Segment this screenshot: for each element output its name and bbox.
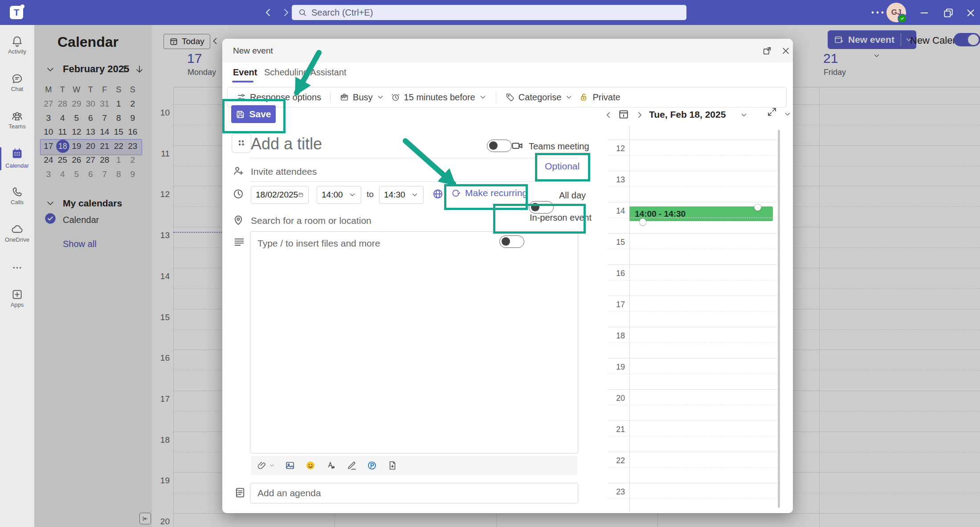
search-icon bbox=[298, 8, 307, 17]
phone-icon bbox=[11, 185, 24, 198]
panel-date-label[interactable]: Tue, Feb 18, 2025 bbox=[649, 109, 726, 120]
tab-scheduling-assistant[interactable]: Scheduling Assistant bbox=[264, 67, 347, 78]
event-resize-handle-bottom[interactable] bbox=[639, 218, 646, 226]
rail-item-calls[interactable]: Calls bbox=[0, 185, 34, 211]
teams-logo: T bbox=[10, 6, 23, 19]
panel-next-day-icon[interactable] bbox=[635, 110, 645, 120]
invite-attendees-input[interactable]: Invite attendees bbox=[251, 166, 317, 177]
panel-day-view-icon[interactable] bbox=[618, 108, 629, 120]
panel-hour-label: 21 bbox=[607, 425, 625, 434]
chevron-down-icon bbox=[411, 191, 419, 199]
calendar-icon bbox=[11, 147, 24, 160]
event-block[interactable]: 14:00 - 14:30 bbox=[629, 206, 773, 221]
in-person-highlight-box bbox=[493, 204, 586, 234]
rail-item-calendar[interactable]: Calendar bbox=[0, 146, 34, 173]
panel-hour-label: 13 bbox=[607, 175, 625, 185]
search-input[interactable]: Search (Ctrl+E) bbox=[292, 5, 686, 20]
categorise-dropdown[interactable]: Categorise bbox=[505, 92, 573, 103]
rail-item-teams[interactable]: Teams bbox=[0, 109, 34, 136]
nav-forward-icon[interactable] bbox=[280, 6, 292, 19]
agenda-notebook-icon bbox=[234, 486, 246, 499]
teams-window: Today 17 Monday 21 Friday 10111213141516… bbox=[0, 0, 980, 527]
rail-item-more[interactable] bbox=[0, 260, 34, 287]
chat-icon bbox=[11, 72, 24, 85]
alarm-icon bbox=[391, 92, 400, 102]
insert-file-icon[interactable] bbox=[387, 460, 398, 471]
reminder-dropdown[interactable]: 15 minutes before bbox=[391, 92, 487, 103]
save-highlight-box bbox=[222, 99, 286, 133]
rail-item-activity[interactable]: Activity bbox=[0, 34, 34, 61]
attach-file-button[interactable] bbox=[257, 461, 275, 470]
rail-item-apps[interactable]: Apps bbox=[0, 287, 34, 314]
apps-icon bbox=[11, 288, 24, 301]
teams-meeting-toggle[interactable] bbox=[487, 140, 512, 152]
briefcase-icon bbox=[339, 92, 349, 102]
calendar-picker-icon bbox=[298, 191, 304, 199]
panel-hour-label: 12 bbox=[607, 144, 625, 153]
panel-date-chevron-icon[interactable] bbox=[740, 111, 748, 119]
window-titlebar: T Search (Ctrl+E) GJ bbox=[0, 0, 980, 25]
camera-icon bbox=[511, 140, 523, 152]
cloud-icon bbox=[11, 223, 24, 236]
event-resize-handle-top[interactable] bbox=[754, 204, 761, 211]
search-placeholder: Search (Ctrl+E) bbox=[311, 8, 373, 18]
emoji-icon[interactable] bbox=[305, 460, 316, 471]
clock-icon bbox=[232, 188, 245, 200]
dialog-header: New event bbox=[222, 39, 793, 62]
start-date-input[interactable]: 18/02/2025 bbox=[251, 186, 309, 204]
panel-hour-label: 19 bbox=[607, 362, 625, 372]
show-as-busy-dropdown[interactable]: Busy bbox=[339, 92, 384, 103]
presence-available-icon bbox=[898, 14, 907, 23]
tab-active-indicator bbox=[232, 81, 253, 82]
loop-component-icon[interactable] bbox=[367, 460, 377, 471]
popout-icon[interactable] bbox=[762, 46, 772, 56]
panel-hour-label: 20 bbox=[607, 394, 625, 403]
close-dialog-icon[interactable] bbox=[781, 46, 791, 56]
chevron-down-icon bbox=[269, 462, 275, 469]
expand-panel-icon[interactable] bbox=[767, 107, 777, 117]
body-editor[interactable]: Type / to insert files and more bbox=[250, 231, 578, 453]
title-input[interactable]: Add a title bbox=[251, 135, 322, 153]
start-time-select[interactable]: 14:00 bbox=[317, 186, 361, 204]
tab-event[interactable]: Event bbox=[233, 67, 257, 78]
agenda-input[interactable]: Add an agenda bbox=[250, 483, 578, 503]
close-window-icon[interactable] bbox=[965, 7, 976, 19]
chevron-down-icon bbox=[479, 93, 487, 101]
rail-item-chat[interactable]: Chat bbox=[0, 71, 34, 98]
app-rail: Activity Chat Teams Calendar Calls OneDr… bbox=[0, 25, 34, 527]
panel-hour-label: 18 bbox=[607, 331, 625, 341]
lock-open-icon bbox=[579, 92, 589, 102]
text-highlight-icon[interactable] bbox=[326, 460, 336, 471]
timezone-globe-icon[interactable] bbox=[432, 188, 444, 200]
pen-icon[interactable] bbox=[346, 460, 357, 471]
all-day-label: All day bbox=[559, 190, 586, 201]
panel-hour-label: 14 bbox=[607, 206, 625, 216]
people-icon bbox=[11, 110, 24, 123]
bell-icon bbox=[11, 35, 24, 48]
format-toolbar bbox=[251, 456, 577, 475]
titlebar-more-icon[interactable] bbox=[871, 11, 884, 14]
panel-prev-day-icon[interactable] bbox=[604, 110, 613, 120]
collapse-toolbar-chevron-icon[interactable] bbox=[784, 110, 792, 118]
panel-hour-label: 16 bbox=[607, 269, 625, 278]
insert-image-icon[interactable] bbox=[285, 460, 295, 471]
nav-back-icon[interactable] bbox=[262, 6, 274, 19]
to-label: to bbox=[367, 189, 374, 199]
emoji-grid-icon bbox=[236, 138, 247, 148]
panel-hour-label: 17 bbox=[607, 300, 625, 309]
rail-item-onedrive[interactable]: OneDrive bbox=[0, 222, 34, 249]
location-search-input[interactable]: Search for a room or location bbox=[251, 215, 372, 226]
private-button[interactable]: Private bbox=[579, 92, 620, 103]
restore-icon[interactable] bbox=[943, 7, 954, 19]
tag-icon bbox=[505, 92, 515, 102]
event-icon-picker[interactable] bbox=[232, 133, 251, 153]
avatar[interactable]: GJ bbox=[886, 3, 906, 22]
dialog-title: New event bbox=[233, 39, 273, 62]
teams-meeting-label: Teams meeting bbox=[529, 141, 589, 152]
description-icon bbox=[233, 236, 245, 248]
end-time-select[interactable]: 14:30 bbox=[379, 186, 424, 204]
panel-hour-label: 23 bbox=[607, 487, 625, 497]
paperclip-icon bbox=[257, 461, 267, 470]
body-placeholder: Type / to insert files and more bbox=[250, 232, 387, 255]
minimize-icon[interactable] bbox=[919, 7, 930, 19]
